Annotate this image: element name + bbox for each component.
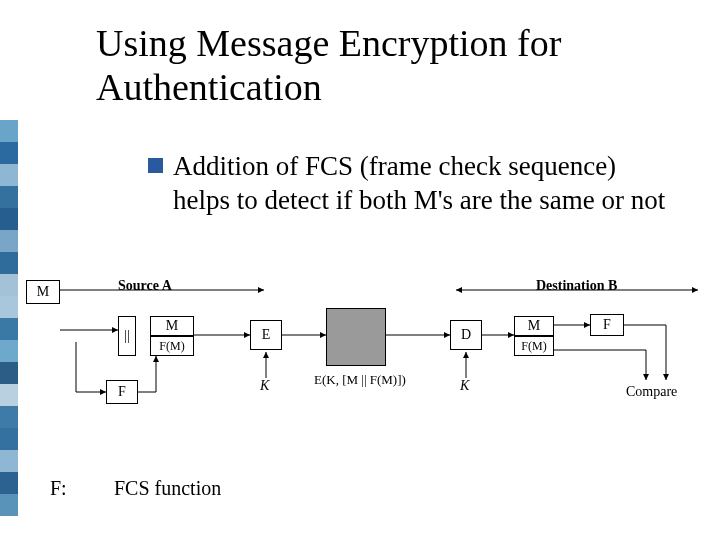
legend: F: FCS function bbox=[50, 477, 221, 500]
channel-box bbox=[326, 308, 386, 366]
box-d: D bbox=[450, 320, 482, 350]
slide-title: Using Message Encryption for Authenticat… bbox=[96, 22, 656, 109]
label-cipher: E(K, [M || F(M)]) bbox=[314, 372, 406, 388]
box-m-source: M bbox=[26, 280, 60, 304]
decorative-sidebar bbox=[0, 120, 18, 516]
legend-value: FCS function bbox=[114, 477, 221, 500]
dest-label: Destination B bbox=[536, 278, 617, 294]
bullet-square-icon bbox=[148, 158, 163, 173]
fcs-diagram: Source A Destination B M || M F(M) F E K… bbox=[26, 280, 698, 430]
box-m-dest: M bbox=[514, 316, 554, 336]
legend-key: F: bbox=[50, 477, 114, 500]
box-fm-dest: F(M) bbox=[514, 336, 554, 356]
box-f-left: F bbox=[106, 380, 138, 404]
bullet-item: Addition of FCS (frame check sequence) h… bbox=[148, 150, 668, 218]
bullet-text: Addition of FCS (frame check sequence) h… bbox=[173, 150, 668, 218]
box-m-mid: M bbox=[150, 316, 194, 336]
box-fm-mid: F(M) bbox=[150, 336, 194, 356]
box-e: E bbox=[250, 320, 282, 350]
label-k-left: K bbox=[260, 378, 269, 394]
label-k-right: K bbox=[460, 378, 469, 394]
source-label: Source A bbox=[118, 278, 172, 294]
box-concat: || bbox=[118, 316, 136, 356]
box-f-right: F bbox=[590, 314, 624, 336]
label-compare: Compare bbox=[626, 384, 677, 400]
